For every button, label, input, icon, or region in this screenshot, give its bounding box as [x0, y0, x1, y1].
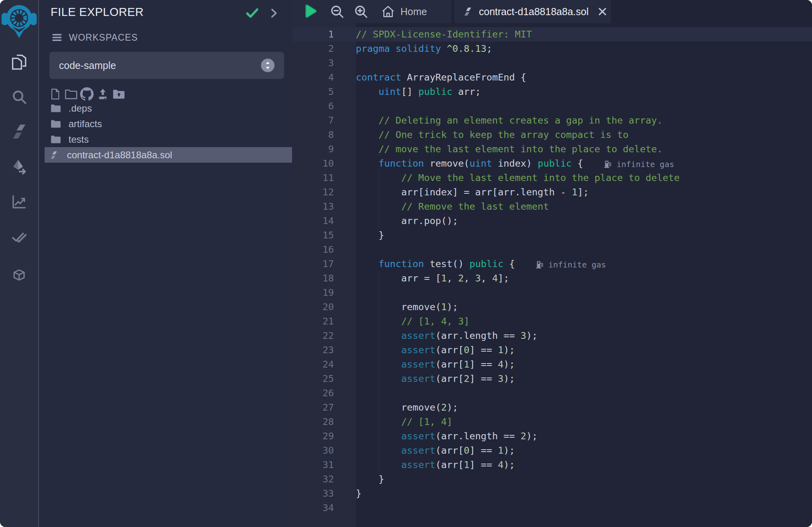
line-number: 27	[293, 400, 334, 415]
zoom-out-button[interactable]	[326, 1, 348, 22]
code-line-20[interactable]: 20 remove(1);	[293, 300, 812, 314]
gas-estimate-badge: infinite gas	[535, 258, 606, 272]
code-line-12[interactable]: 12 arr[index] = arr[arr.length - 1];	[293, 185, 812, 199]
tab-close-button[interactable]	[596, 5, 609, 18]
code-line-16[interactable]: 16	[293, 242, 812, 257]
run-script-button[interactable]	[299, 1, 321, 22]
code-text: uint[] public arr;	[356, 85, 481, 99]
code-text: // [1, 4]	[356, 415, 452, 429]
upload-file-button[interactable]	[95, 87, 111, 101]
collapse-panel-button[interactable]	[265, 5, 282, 22]
code-text: }	[356, 228, 384, 242]
sidebar-item-search[interactable]	[0, 84, 38, 110]
code-line-1[interactable]: 1// SPDX-License-Identifier: MIT	[293, 27, 812, 41]
line-number: 33	[293, 486, 334, 501]
line-number: 2	[293, 41, 334, 56]
code-line-28[interactable]: 28 // [1, 4]	[293, 415, 812, 429]
code-line-8[interactable]: 8 // One trick to keep the array compact…	[293, 128, 812, 142]
code-line-22[interactable]: 22 assert(arr.length == 3);	[293, 328, 812, 343]
new-file-icon	[50, 88, 61, 100]
code-line-33[interactable]: 33}	[293, 486, 812, 501]
code-line-29[interactable]: 29 assert(arr.length == 2);	[293, 429, 812, 443]
code-line-13[interactable]: 13 // Remove the last element	[293, 199, 812, 214]
indent-guide	[379, 443, 379, 458]
line-number: 8	[293, 128, 334, 142]
code-line-18[interactable]: 18 arr = [1, 2, 3, 4];	[293, 271, 812, 285]
code-line-14[interactable]: 14 arr.pop();	[293, 214, 812, 228]
line-number: 1	[293, 27, 334, 41]
code-line-11[interactable]: 11 // Move the last element into the pla…	[293, 171, 812, 185]
tab-home[interactable]: Home	[381, 5, 427, 18]
folder-item-artifacts[interactable]: artifacts	[39, 116, 293, 132]
code-text: // move the last element into the place …	[356, 142, 663, 156]
code-line-5[interactable]: 5 uint[] public arr;	[293, 85, 812, 99]
code-line-7[interactable]: 7 // Deleting an element creates a gap i…	[293, 113, 812, 128]
code-lines: 1// SPDX-License-Identifier: MIT2pragma …	[293, 23, 812, 515]
remix-logo[interactable]	[1, 2, 37, 43]
workspace-select[interactable]: code-sample	[49, 52, 284, 79]
folder-item-deps[interactable]: .deps	[39, 100, 293, 116]
code-line-6[interactable]: 6	[293, 99, 812, 113]
code-line-31[interactable]: 31 assert(arr[1] == 4);	[293, 458, 812, 472]
code-line-4[interactable]: 4contract ArrayReplaceFromEnd {	[293, 70, 812, 85]
gas-estimate-label: infinite gas	[548, 258, 606, 272]
code-text: assert(arr[0] == 1);	[356, 443, 515, 458]
github-icon	[80, 87, 94, 101]
code-text: // SPDX-License-Identifier: MIT	[356, 27, 532, 41]
code-line-24[interactable]: 24 assert(arr[1] == 4);	[293, 357, 812, 372]
analysis-icon	[11, 193, 27, 210]
file-item-selected[interactable]: contract-d1a8818a8a.sol	[45, 147, 292, 163]
code-line-34[interactable]: 34	[293, 501, 812, 515]
code-line-21[interactable]: 21 // [1, 4, 3]	[293, 314, 812, 328]
file-explorer-icon	[10, 53, 28, 71]
sidebar-item-solidity-compiler[interactable]	[0, 118, 38, 145]
zoom-in-icon	[353, 4, 369, 19]
workspaces-header: WORKSPACES	[51, 32, 138, 43]
zoom-out-icon	[330, 4, 345, 19]
folder-label: tests	[69, 134, 89, 145]
code-line-9[interactable]: 9 // move the last element into the plac…	[293, 142, 812, 156]
line-number: 5	[293, 85, 334, 99]
code-line-30[interactable]: 30 assert(arr[0] == 1);	[293, 443, 812, 458]
sidebar-item-deploy-run[interactable]	[0, 154, 38, 180]
zoom-in-button[interactable]	[350, 1, 372, 22]
line-number: 18	[293, 271, 334, 285]
code-line-27[interactable]: 27 remove(2);	[293, 400, 812, 415]
code-line-3[interactable]: 3	[293, 56, 812, 70]
folder-item-tests[interactable]: tests	[39, 132, 293, 147]
code-line-32[interactable]: 32 }	[293, 472, 812, 486]
line-number: 3	[293, 56, 334, 70]
code-editor[interactable]: 1// SPDX-License-Identifier: MIT2pragma …	[293, 23, 812, 527]
accept-check-button[interactable]	[243, 5, 261, 22]
code-line-26[interactable]: 26	[293, 386, 812, 400]
sidebar-item-unit-testing[interactable]	[0, 224, 38, 250]
upload-folder-button[interactable]	[111, 87, 127, 101]
sidebar-item-analysis[interactable]	[0, 189, 38, 215]
code-line-2[interactable]: 2pragma solidity ^0.8.13;	[293, 41, 812, 56]
workspaces-menu-button[interactable]	[51, 32, 63, 43]
tab-contract-file[interactable]: contract-d1a8818a8a.sol	[454, 0, 611, 23]
line-number: 19	[293, 285, 334, 300]
line-number: 31	[293, 458, 334, 472]
workspace-select-stepper[interactable]	[261, 59, 275, 72]
code-line-19[interactable]: 19	[293, 285, 812, 300]
code-line-15[interactable]: 15 }	[293, 228, 812, 242]
indent-guide	[379, 214, 379, 228]
clone-github-button[interactable]	[79, 87, 95, 101]
sidebar-item-plugins[interactable]	[0, 262, 38, 288]
sidebar-item-file-explorer[interactable]	[0, 49, 38, 75]
hamburger-icon	[51, 32, 63, 43]
code-line-17[interactable]: 17 function test() public {infinite gas	[293, 257, 812, 271]
line-number: 11	[293, 171, 334, 185]
code-text: // One trick to keep the array compact i…	[356, 128, 629, 142]
code-line-25[interactable]: 25 assert(arr[2] == 3);	[293, 372, 812, 386]
file-tree: .deps artifacts tests contract-d1a88	[39, 100, 293, 163]
new-folder-button[interactable]	[63, 87, 79, 101]
new-file-button[interactable]	[47, 87, 63, 101]
code-line-10[interactable]: 10 function remove(uint index) public {i…	[293, 156, 812, 171]
code-line-23[interactable]: 23 assert(arr[0] == 1);	[293, 343, 812, 357]
code-text: // Deleting an element creates a gap in …	[356, 113, 663, 128]
line-number: 25	[293, 372, 334, 386]
code-text: }	[356, 486, 361, 501]
line-number: 9	[293, 142, 334, 156]
